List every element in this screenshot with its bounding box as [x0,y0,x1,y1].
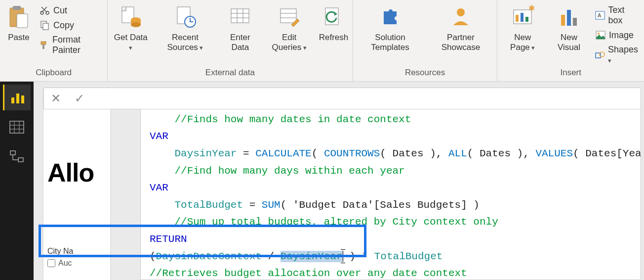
solution-templates-label: Solution Templates [359,33,422,52]
text-box-icon: A [595,10,605,21]
model-view-button[interactable] [3,144,31,170]
shapes-label: Shapes [608,45,639,65]
ribbon-group-resources: Solution Templates Partner Showcase Reso… [353,0,498,81]
get-data-icon [117,3,145,31]
cut-button[interactable]: Cut [38,4,104,17]
data-view-button[interactable] [3,114,31,140]
ribbon-group-insert: ✱ New Page New Visual A Text box Image S [497,0,644,81]
table-icon [9,121,24,134]
svg-point-12 [131,22,141,27]
refresh-label: Refresh [319,33,349,43]
shapes-icon [595,49,605,60]
text-box-button[interactable]: A Text box [593,4,641,27]
svg-rect-20 [281,9,296,23]
slicer-checkbox-label: Auc [58,259,72,268]
copy-label: Copy [53,20,74,31]
svg-text:✱: ✱ [528,5,534,12]
svg-rect-39 [11,97,14,103]
svg-rect-30 [561,15,565,26]
formula-editor[interactable]: DaysinDateContext = COUNTROWS( Dates ) /… [140,88,641,280]
enter-data-icon [226,3,254,31]
puzzle-icon [376,3,404,31]
recent-sources-label: Recent Sources [157,33,213,52]
copy-button[interactable]: Copy [38,19,104,32]
get-data-label: Get Data [114,33,148,52]
svg-rect-15 [231,9,249,23]
formula-bar-controls: ✕ ✓ [43,88,641,109]
text-box-label: Text box [608,5,639,26]
enter-data-button[interactable]: Enter Data [220,2,261,53]
ribbon-group-clipboard: Paste Cut Copy Format Painter Clipboard [0,0,108,81]
image-label: Image [609,30,634,41]
svg-rect-31 [567,10,571,26]
svg-rect-28 [525,17,528,22]
partner-showcase-label: Partner Showcase [430,33,491,52]
cut-label: Cut [53,5,67,16]
new-page-icon: ✱ [509,3,536,31]
svg-text:A: A [598,12,602,18]
svg-rect-42 [10,121,24,133]
recent-sources-button[interactable]: Recent Sources [154,2,216,53]
resources-group-label: Resources [356,66,494,80]
slicer-checkbox-row[interactable]: Auc [47,259,106,268]
partner-showcase-button[interactable]: Partner Showcase [427,2,494,53]
paste-label: Paste [8,33,29,43]
clipboard-group-label: Clipboard [3,66,104,80]
report-title: Allo [47,158,106,187]
cancel-formula-button[interactable]: ✕ [44,88,68,109]
refresh-button[interactable]: Refresh [318,2,349,44]
workspace: ✕ ✓ Allo City Na Auc DaysinDateContext =… [0,82,644,280]
relationship-icon [9,150,24,164]
slicer-checkbox[interactable] [47,259,55,267]
scissors-icon [40,5,50,16]
solution-templates-button[interactable]: Solution Templates [356,2,425,53]
svg-point-4 [46,11,49,14]
svg-point-24 [457,8,465,16]
image-button[interactable]: Image [593,29,641,42]
ribbon-group-external-data: Get Data Recent Sources Enter Data Edit … [108,0,353,81]
svg-rect-1 [13,6,21,10]
new-page-label: New Page [503,33,542,52]
new-visual-button[interactable]: New Visual [548,2,590,53]
edit-queries-label: Edit Queries [267,33,312,52]
svg-rect-27 [521,13,523,22]
recent-sources-icon [171,3,199,31]
svg-rect-2 [17,14,28,28]
field-label: City Na [47,247,106,256]
svg-rect-47 [10,151,15,155]
main-area: ✕ ✓ Allo City Na Auc DaysinDateContext =… [34,82,644,280]
new-visual-label: New Visual [551,33,587,52]
svg-rect-7 [41,42,46,45]
view-rail [0,82,34,280]
svg-rect-48 [18,158,23,162]
bar-chart-icon [10,91,25,104]
svg-rect-8 [42,45,44,49]
svg-rect-26 [516,15,519,22]
edit-queries-icon [276,3,303,31]
edit-queries-button[interactable]: Edit Queries [264,2,315,53]
person-icon [447,3,475,31]
format-painter-button[interactable]: Format Painter [38,34,104,56]
copy-icon [40,20,50,31]
commit-formula-button[interactable]: ✓ [68,88,91,109]
svg-rect-6 [43,23,48,30]
new-page-button[interactable]: ✱ New Page [500,2,545,53]
external-data-group-label: External data [111,66,349,80]
report-canvas: Allo City Na Auc [43,88,110,280]
insert-group-label: Insert [500,66,641,80]
get-data-button[interactable]: Get Data [111,2,151,53]
new-visual-icon [555,3,583,31]
svg-rect-32 [573,18,577,26]
svg-rect-41 [21,95,24,103]
ribbon: Paste Cut Copy Format Painter Clipboard [0,0,644,82]
svg-point-36 [598,33,600,35]
image-icon [595,30,606,41]
svg-rect-40 [16,93,19,103]
format-painter-icon [40,40,49,50]
paste-button[interactable]: Paste [3,2,35,44]
shapes-button[interactable]: Shapes [593,44,641,66]
enter-data-label: Enter Data [223,33,258,52]
format-painter-label: Format Painter [52,35,102,55]
report-view-button[interactable] [3,85,31,110]
refresh-icon [320,3,347,31]
